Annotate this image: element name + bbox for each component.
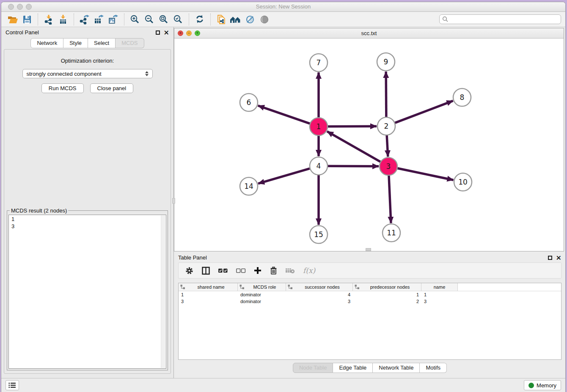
edge-4-3[interactable] — [328, 166, 379, 166]
tab-node-table[interactable]: Node Table — [293, 363, 333, 373]
tab-mcds[interactable]: MCDS — [116, 38, 144, 48]
zoom-fit-icon[interactable] — [157, 13, 171, 26]
chevron-updown-icon — [145, 71, 149, 76]
import-table-icon[interactable] — [56, 13, 70, 26]
maximize-network-icon[interactable]: + — [195, 30, 200, 36]
control-panel-title: Control Panel — [6, 29, 39, 36]
tab-network[interactable]: Network — [30, 38, 63, 48]
close-window-icon[interactable] — [8, 4, 14, 10]
cell-shared-name[interactable]: 3 — [179, 299, 238, 304]
close-table-panel-icon[interactable]: × — [556, 254, 561, 261]
optimization-criterion-select[interactable]: strongly connected component — [22, 69, 153, 78]
tab-select[interactable]: Select — [88, 38, 116, 48]
zoom-out-icon[interactable] — [142, 13, 157, 26]
column-header-name[interactable]: name — [421, 283, 458, 291]
tab-edge-table[interactable]: Edge Table — [333, 363, 373, 373]
network-window-titlebar: × − + scc.txt — [174, 28, 564, 39]
edge-4-14[interactable] — [258, 168, 310, 183]
edge-2-9[interactable] — [386, 72, 386, 117]
edge-2-3[interactable] — [387, 135, 388, 157]
cell-successor-nodes[interactable]: 4 — [286, 292, 353, 297]
column-layout-icon[interactable] — [201, 266, 210, 275]
zoom-in-icon[interactable] — [128, 13, 142, 26]
node-label-2: 2 — [384, 122, 389, 130]
column-header-predecessor-nodes[interactable]: predecessor nodes — [353, 283, 421, 291]
node-label-14: 14 — [244, 182, 253, 190]
show-graphics-icon[interactable] — [257, 13, 272, 26]
hierarchy-sort-icon — [288, 284, 292, 290]
table-panel: Table Panel × — [174, 251, 565, 378]
column-header-shared-name[interactable]: shared name — [179, 283, 238, 291]
window-traffic-lights[interactable] — [8, 4, 32, 10]
close-network-icon[interactable]: × — [178, 30, 183, 36]
memory-status-icon — [528, 383, 534, 388]
table-row[interactable]: 3dominator323 — [179, 298, 561, 305]
edge-3-11[interactable] — [389, 176, 391, 223]
cell-predecessor-nodes[interactable]: 2 — [353, 299, 421, 304]
float-table-panel-icon[interactable] — [548, 256, 552, 260]
vertical-splitter-handle[interactable] — [366, 248, 371, 251]
edge-2-8[interactable] — [395, 101, 453, 123]
export-image-icon[interactable] — [106, 13, 121, 26]
import-network-icon[interactable] — [41, 13, 56, 26]
clone-network-icon[interactable] — [214, 13, 228, 26]
node-table[interactable]: shared nameMCDS rolesuccessor nodesprede… — [178, 283, 561, 360]
cell-mcds-role[interactable]: dominator — [238, 292, 286, 297]
tab-motifs[interactable]: Motifs — [420, 363, 447, 373]
hide-graphics-icon[interactable] — [243, 13, 257, 26]
maximize-window-icon[interactable] — [26, 4, 32, 10]
first-neighbors-icon[interactable] — [228, 13, 243, 26]
application-window: Session: New Session — [1, 2, 566, 392]
edge-1-6[interactable] — [258, 106, 310, 124]
table-header-row: shared nameMCDS rolesuccessor nodesprede… — [179, 283, 561, 291]
toolbar-separator — [124, 14, 124, 25]
cell-predecessor-nodes[interactable]: 1 — [353, 292, 421, 297]
column-header-successor-nodes[interactable]: successor nodes — [286, 283, 353, 291]
close-panel-button[interactable]: Close panel — [90, 83, 134, 93]
minimize-network-icon[interactable]: − — [186, 30, 192, 36]
mcds-result-group: MCDS result (2 nodes) 1 3 — [7, 210, 168, 370]
graph-edges[interactable] — [258, 72, 454, 225]
column-header-mcds-role[interactable]: MCDS role — [238, 283, 286, 291]
close-panel-icon[interactable]: × — [164, 29, 169, 36]
search-input[interactable] — [450, 17, 558, 22]
memory-button[interactable]: Memory — [524, 380, 561, 390]
float-panel-icon[interactable] — [156, 30, 160, 35]
optimization-criterion-label: Optimization criterion: — [61, 58, 114, 64]
edge-3-10[interactable] — [398, 168, 454, 180]
select-all-icon[interactable] — [218, 268, 228, 273]
cell-name[interactable]: 1 — [421, 292, 458, 297]
hierarchy-sort-icon — [239, 284, 244, 290]
cell-name[interactable]: 3 — [421, 299, 458, 304]
cell-shared-name[interactable]: 1 — [179, 292, 238, 297]
open-file-icon[interactable] — [6, 13, 20, 26]
tab-network-table[interactable]: Network Table — [373, 363, 420, 373]
table-row[interactable]: 1dominator411 — [179, 291, 561, 298]
gear-icon[interactable] — [185, 266, 194, 275]
control-panel-tabs: NetworkStyleSelectMCDS — [1, 38, 173, 48]
zoom-selected-icon[interactable] — [171, 13, 185, 26]
search-box[interactable] — [439, 14, 561, 24]
tab-style[interactable]: Style — [63, 38, 88, 48]
delete-column-icon[interactable] — [270, 266, 278, 275]
cell-mcds-role[interactable]: dominator — [238, 299, 286, 304]
export-table-icon[interactable] — [92, 13, 106, 26]
table-toolbar: f(x) — [178, 262, 561, 279]
node-label-9: 9 — [384, 58, 388, 66]
cell-successor-nodes[interactable]: 3 — [286, 299, 353, 304]
minimize-window-icon[interactable] — [17, 4, 23, 10]
network-canvas[interactable]: 7968124314101511 — [174, 39, 564, 251]
export-network-icon[interactable] — [77, 13, 92, 26]
task-history-button[interactable] — [6, 380, 19, 390]
refresh-icon[interactable] — [193, 13, 207, 26]
mcds-result-text[interactable]: 1 3 — [8, 215, 166, 369]
network-view-window: × − + scc.txt 79681243141015 — [174, 28, 564, 251]
save-session-icon[interactable] — [20, 13, 34, 26]
add-column-icon[interactable] — [253, 266, 262, 275]
scrollbar[interactable] — [161, 215, 165, 368]
edge-3-1[interactable] — [327, 131, 380, 162]
edge-1-2[interactable] — [328, 126, 377, 127]
panel-splitter-handle[interactable] — [172, 198, 175, 204]
deselect-all-icon[interactable] — [236, 268, 246, 273]
run-mcds-button[interactable]: Run MCDS — [41, 83, 84, 93]
